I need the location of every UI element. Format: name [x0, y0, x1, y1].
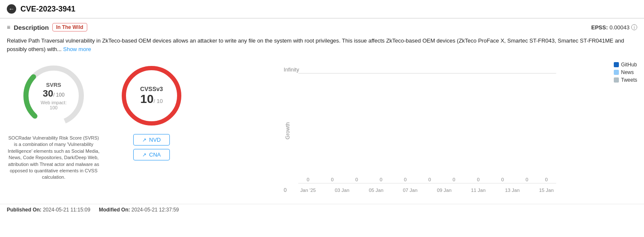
- published-value: 2024-05-21 11:15:09: [43, 207, 90, 213]
- github-legend-dot: [614, 62, 619, 67]
- epss-value: 0.00043: [610, 24, 630, 31]
- svg-text:0: 0: [428, 177, 431, 182]
- svg-text:07 Jan: 07 Jan: [403, 188, 418, 193]
- cvss-circle: CVSSv3 10/ 10: [117, 62, 186, 130]
- epss-section: EPSS: 0.00043 i: [591, 24, 637, 31]
- epss-info-icon[interactable]: i: [631, 24, 637, 30]
- svrs-value-row: 30/ 100: [37, 88, 71, 99]
- nvd-label: NVD: [149, 137, 160, 143]
- tweets-legend-dot: [614, 77, 619, 83]
- cvss-center: CVSSv3 10/ 10: [140, 86, 163, 106]
- legend-github: GitHub: [614, 62, 637, 68]
- nvd-button[interactable]: ↗ NVD: [133, 134, 169, 146]
- legend-tweets: Tweets: [614, 77, 637, 83]
- description-label: Description: [14, 24, 49, 31]
- back-icon: ←: [9, 6, 14, 12]
- description-icon: ≡: [7, 24, 10, 31]
- svg-text:Jan '25: Jan '25: [300, 188, 315, 193]
- cvss-value-row: 10/ 10: [140, 92, 163, 106]
- chart-legend: GitHub News Tweets: [614, 62, 637, 83]
- published-label: Published On:: [7, 207, 41, 213]
- tweets-legend-label: Tweets: [621, 77, 637, 83]
- svg-text:0: 0: [404, 177, 406, 182]
- chart-section: GitHub News Tweets Infinity 0 Growth: [203, 62, 637, 198]
- svg-text:0: 0: [545, 177, 547, 182]
- cvss-buttons: ↗ NVD ↗ CNA: [133, 134, 169, 160]
- cna-ext-icon: ↗: [142, 152, 146, 158]
- svrs-label: SVRS: [37, 82, 71, 88]
- svg-text:0: 0: [380, 177, 382, 182]
- cna-label: CNA: [149, 151, 160, 158]
- chart-svg: Infinity 0 Growth 0 0 0 0 0 0 0 0 0: [203, 62, 637, 198]
- cna-button[interactable]: ↗ CNA: [133, 149, 169, 160]
- svg-text:0: 0: [501, 177, 504, 182]
- in-the-wild-badge: In The Wild: [52, 23, 87, 31]
- y-bottom-label: 0: [284, 187, 287, 193]
- modified-label: Modified On:: [99, 207, 130, 213]
- svg-text:0: 0: [306, 177, 309, 182]
- epss-label: EPSS:: [591, 24, 608, 31]
- svrs-score: 30: [43, 88, 53, 99]
- y-axis-title: Growth: [285, 122, 291, 140]
- svrs-section: SVRS 30/ 100 Web impact: 100 SOCRadar Vu…: [7, 62, 100, 198]
- svrs-web-impact: Web impact: 100: [37, 100, 71, 110]
- cvss-score: 10: [140, 92, 154, 106]
- description-body: Relative Path Traversal vulnerability in…: [7, 37, 624, 52]
- chart-wrapper: GitHub News Tweets Infinity 0 Growth: [203, 62, 637, 198]
- cvss-label: CVSSv3: [140, 86, 163, 92]
- cvss-denom: / 10: [154, 98, 163, 104]
- svrs-circle: SVRS 30/ 100 Web impact: 100: [20, 62, 88, 130]
- svrs-center: SVRS 30/ 100 Web impact: 100: [37, 82, 71, 110]
- top-bar: ← CVE-2023-3941: [0, 0, 644, 18]
- svrs-description-text: SOCRadar Vulnerability Risk Score (SVRS)…: [7, 135, 100, 181]
- svg-text:11 Jan: 11 Jan: [471, 188, 486, 193]
- description-text: Relative Path Traversal vulnerability in…: [0, 34, 644, 57]
- svg-text:0: 0: [331, 177, 334, 182]
- description-header: ≡ Description In The Wild EPSS: 0.00043 …: [0, 19, 644, 34]
- description-left: ≡ Description In The Wild: [7, 23, 87, 31]
- show-more-link[interactable]: Show more: [63, 46, 91, 52]
- cvss-section: CVSSv3 10/ 10 ↗ NVD ↗ CNA: [109, 62, 194, 198]
- news-legend-dot: [614, 70, 619, 75]
- modified-value: 2024-05-21 12:37:59: [132, 207, 179, 213]
- footer-dates: Published On: 2024-05-21 11:15:09 Modifi…: [0, 204, 644, 215]
- back-button[interactable]: ←: [7, 4, 16, 14]
- github-legend-label: GitHub: [621, 62, 637, 68]
- legend-news: News: [614, 69, 637, 75]
- svg-text:0: 0: [355, 177, 358, 182]
- svg-text:05 Jan: 05 Jan: [369, 188, 384, 193]
- svg-text:0: 0: [526, 177, 528, 182]
- svg-text:15 Jan: 15 Jan: [539, 188, 554, 193]
- svg-text:03 Jan: 03 Jan: [335, 188, 349, 193]
- page-title: CVE-2023-3941: [20, 5, 75, 14]
- main-content: SVRS 30/ 100 Web impact: 100 SOCRadar Vu…: [0, 57, 644, 202]
- y-top-label: Infinity: [284, 67, 300, 73]
- svg-text:0: 0: [477, 177, 479, 182]
- nvd-ext-icon: ↗: [142, 137, 146, 143]
- svrs-denom: / 100: [53, 92, 65, 98]
- svg-text:0: 0: [452, 177, 455, 182]
- news-legend-label: News: [621, 69, 634, 75]
- svg-text:09 Jan: 09 Jan: [437, 188, 452, 193]
- svg-text:13 Jan: 13 Jan: [505, 188, 520, 193]
